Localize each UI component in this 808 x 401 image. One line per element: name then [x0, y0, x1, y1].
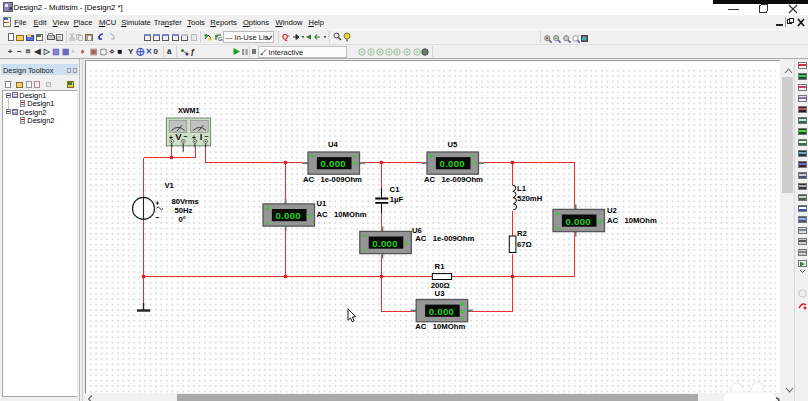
svg-text:−: −: [204, 133, 208, 140]
svg-text:0.000: 0.000: [566, 216, 592, 227]
svg-text:V: V: [597, 217, 603, 226]
svg-text:A: A: [472, 160, 476, 166]
svg-text:0.000: 0.000: [321, 158, 347, 169]
svg-text:I: I: [200, 131, 203, 142]
svg-text:A: A: [404, 240, 408, 246]
svg-text:0.000: 0.000: [440, 158, 466, 169]
svg-text:0.000: 0.000: [276, 210, 302, 221]
svg-text:V: V: [460, 307, 466, 316]
svg-text:A: A: [353, 160, 357, 166]
svg-text:−: −: [183, 133, 187, 140]
svg-text:0.000: 0.000: [429, 306, 455, 317]
svg-text:0.000: 0.000: [372, 238, 398, 249]
svg-text:V: V: [307, 212, 313, 221]
